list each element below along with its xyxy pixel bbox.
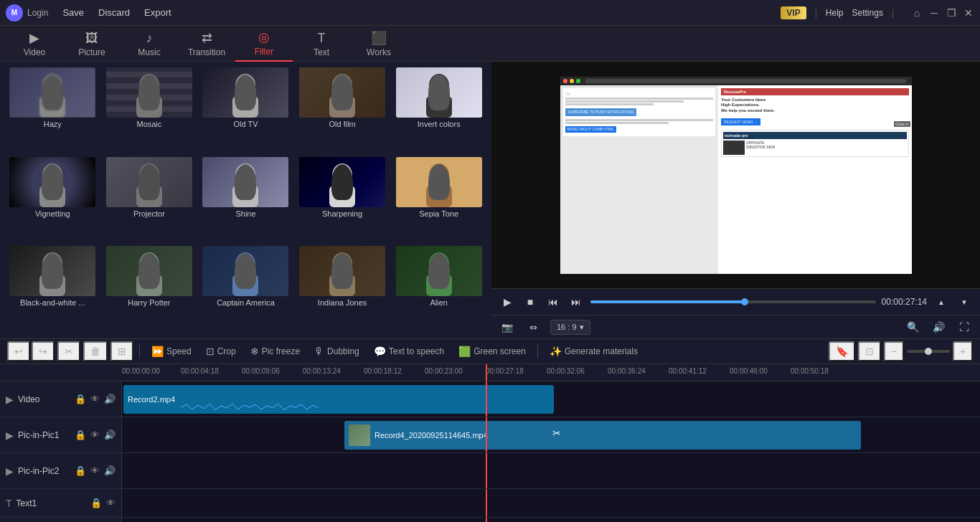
pic-freeze-button[interactable]: ❄ Pic freeze (245, 343, 306, 360)
export-button[interactable]: Export (144, 7, 171, 18)
audio-icon[interactable]: 🔊 (104, 394, 116, 404)
picpic2-track-icon: ▶ (6, 465, 14, 477)
save-button[interactable]: Save (62, 7, 84, 18)
home-icon[interactable]: ⌂ (911, 7, 923, 19)
ruler-mark-10: 00:00:46:00 (730, 367, 768, 375)
filter-sepia[interactable]: Sepia Tone (392, 157, 486, 244)
filter-alien-label: Alien (430, 298, 447, 307)
eye-icon2[interactable]: 👁 (90, 430, 100, 440)
fit-button[interactable]: ⊡ (858, 341, 881, 361)
restore-button[interactable]: ❐ (946, 7, 957, 19)
zoom-slider[interactable] (907, 350, 950, 353)
tab-picture-label: Picture (78, 47, 105, 57)
filter-oldfilm[interactable]: Old film (296, 67, 390, 154)
login-button[interactable]: Login (27, 8, 48, 18)
layout-button[interactable]: ⊞ (110, 341, 133, 361)
filter-hazy[interactable]: Hazy (6, 67, 100, 154)
help-button[interactable]: Help (826, 8, 844, 18)
tab-video[interactable]: ▶ Video (6, 26, 63, 62)
close-button[interactable]: ✕ (963, 7, 974, 19)
discard-button[interactable]: Discard (98, 7, 130, 18)
clip-record4[interactable]: Record4_20200925114645.mp4 (344, 421, 861, 450)
lock-icon4[interactable]: 🔒 (90, 498, 102, 508)
track-text1-controls: 🔒 👁 (90, 498, 116, 508)
eye-icon[interactable]: 👁 (90, 394, 100, 404)
svg-rect-23 (136, 275, 162, 296)
tab-transition-label: Transition (188, 47, 225, 57)
audio-icon3[interactable]: 🔊 (104, 465, 116, 476)
timeline-progress[interactable] (590, 300, 876, 303)
track-video-name: Video (18, 394, 70, 404)
playhead-text1 (486, 489, 487, 517)
filter-bw[interactable]: Black-and-white ... (6, 246, 100, 333)
scissors-icon[interactable]: ✂ (552, 427, 561, 439)
filter-sharpening-label: Sharpening (322, 209, 362, 218)
zoom-out-tl-button[interactable]: − (884, 341, 904, 361)
tab-works[interactable]: ⬛ Works (350, 26, 407, 62)
tab-music[interactable]: ♪ Music (121, 26, 178, 62)
tab-picture[interactable]: 🖼 Picture (63, 26, 121, 62)
playhead[interactable] (486, 364, 487, 381)
expand-button[interactable]: ⇔ (524, 318, 542, 336)
audio-icon2[interactable]: 🔊 (104, 430, 116, 440)
time-down-button[interactable]: ▼ (956, 293, 973, 310)
track-text1: T Text1 🔒 👁 (0, 489, 980, 518)
ruler-mark-9: 00:00:41:12 (669, 367, 707, 375)
filter-invert[interactable]: Invert colors (392, 67, 486, 154)
lock-icon[interactable]: 🔒 (75, 394, 86, 404)
zoom-in-tl-button[interactable]: + (953, 341, 973, 361)
time-display: 00:00:27:14 (882, 297, 927, 307)
zoom-in-button[interactable]: 🔍 (904, 318, 921, 336)
minimize-button[interactable]: ─ (928, 7, 940, 19)
vip-badge[interactable]: VIP (781, 6, 806, 19)
progress-thumb[interactable] (741, 298, 748, 305)
speed-button[interactable]: ⏩ Speed (146, 343, 197, 360)
time-up-button[interactable]: ▲ (933, 293, 950, 310)
tab-transition[interactable]: ⇄ Transition (178, 26, 235, 62)
svg-rect-17 (329, 186, 355, 207)
settings-button[interactable]: Settings (852, 8, 883, 18)
next-frame-button[interactable]: ⏭ (567, 293, 585, 310)
eye-icon4[interactable]: 👁 (106, 498, 116, 508)
delete-button[interactable]: 🗑 (83, 341, 108, 361)
generate-materials-button[interactable]: ✨ Generate materials (544, 343, 644, 360)
text-to-speech-icon: 💬 (374, 346, 386, 357)
lock-icon3[interactable]: 🔒 (75, 465, 86, 476)
filter-shine[interactable]: Shine (199, 157, 293, 244)
filter-sharpening[interactable]: Sharpening (296, 157, 390, 244)
dubbing-button[interactable]: 🎙 Dubbing (308, 343, 365, 360)
undo-button[interactable]: ↩ (7, 341, 30, 361)
filter-vignetting[interactable]: Vignetting (6, 157, 100, 244)
prev-frame-button[interactable]: ⏮ (545, 293, 562, 310)
eye-icon3[interactable]: 👁 (90, 465, 100, 476)
track-music1-label: ♪ Music1 🔒 🔊 (0, 518, 122, 522)
play-button[interactable]: ▶ (499, 293, 516, 310)
filter-oldtv[interactable]: Old TV (199, 67, 293, 154)
filter-alien[interactable]: Alien (392, 246, 486, 333)
lock-icon2[interactable]: 🔒 (75, 430, 86, 440)
speed-label: Speed (166, 346, 192, 356)
filter-shine-label: Shine (235, 209, 255, 218)
filter-captainamerica[interactable]: Captain America (199, 246, 293, 333)
filter-harrypotter[interactable]: Harry Potter (103, 246, 197, 333)
volume-button[interactable]: 🔊 (930, 318, 947, 336)
aspect-ratio-selector[interactable]: 16 : 9 ▾ (550, 320, 590, 335)
cut-button[interactable]: ✂ (57, 341, 80, 361)
snapshot-button[interactable]: 📷 (499, 318, 516, 336)
bookmark-button[interactable]: 🔖 (829, 341, 855, 361)
stop-button[interactable]: ■ (522, 293, 539, 310)
fullscreen-button[interactable]: ⛶ (956, 318, 973, 336)
crop-button[interactable]: ⊡ Crop (200, 343, 242, 360)
green-screen-button[interactable]: 🟩 Green screen (453, 343, 532, 360)
filter-mosaic[interactable]: Mosaic (103, 67, 197, 154)
svg-rect-11 (39, 186, 65, 207)
redo-button[interactable]: ↪ (32, 341, 55, 361)
text-to-speech-button[interactable]: 💬 Text to speech (368, 343, 450, 360)
filter-projector[interactable]: Projector (103, 157, 197, 244)
tab-filter[interactable]: ◎ Filter (235, 26, 293, 62)
tab-text[interactable]: T Text (293, 26, 350, 62)
svg-rect-7 (329, 96, 355, 118)
filter-indianajones[interactable]: Indiana Jones (296, 246, 390, 333)
clip-record2[interactable]: Record2.mp4 (123, 385, 554, 414)
svg-rect-29 (426, 275, 452, 296)
